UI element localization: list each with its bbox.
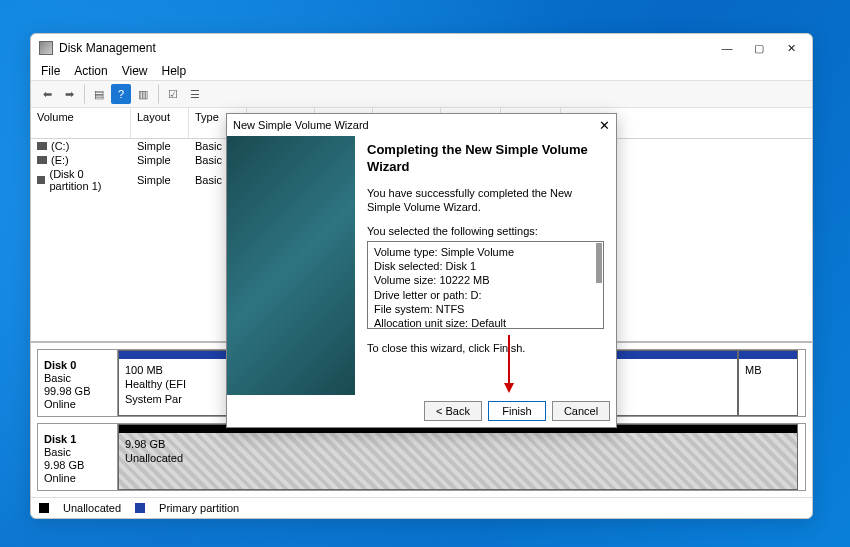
- setting-line: Volume type: Simple Volume: [374, 245, 597, 259]
- close-icon[interactable]: ✕: [599, 118, 610, 133]
- partition[interactable]: MB: [738, 350, 798, 416]
- checklist-icon[interactable]: ☑: [163, 84, 183, 104]
- wizard-message: You have successfully completed the New …: [367, 186, 604, 215]
- window-title: Disk Management: [59, 41, 720, 55]
- legend-label: Unallocated: [63, 502, 121, 514]
- menu-view[interactable]: View: [122, 64, 148, 78]
- disk-row[interactable]: Disk 1Basic9.98 GBOnline9.98 GBUnallocat…: [37, 423, 806, 491]
- annotation-arrow: [508, 335, 510, 385]
- menu-action[interactable]: Action: [74, 64, 107, 78]
- column-header[interactable]: Layout: [131, 108, 189, 138]
- maximize-button[interactable]: ▢: [752, 41, 766, 55]
- forward-icon[interactable]: ➡: [59, 84, 79, 104]
- menubar: File Action View Help: [31, 62, 812, 80]
- menu-help[interactable]: Help: [162, 64, 187, 78]
- scrollbar[interactable]: [596, 243, 602, 283]
- dialog-titlebar[interactable]: New Simple Volume Wizard ✕: [227, 114, 616, 136]
- partition[interactable]: 100 MBHealthy (EFI System Par: [118, 350, 228, 416]
- setting-line: Disk selected: Disk 1: [374, 259, 597, 273]
- dialog-title: New Simple Volume Wizard: [233, 119, 369, 131]
- legend: UnallocatedPrimary partition: [31, 497, 812, 518]
- toolbar: ⬅ ➡ ▤ ? ▥ ☑ ☰: [31, 80, 812, 108]
- split-bottom-icon[interactable]: ▥: [133, 84, 153, 104]
- close-button[interactable]: ✕: [784, 41, 798, 55]
- wizard-sidebar-image: [227, 136, 355, 395]
- settings-listbox[interactable]: Volume type: Simple VolumeDisk selected:…: [367, 241, 604, 329]
- finish-button[interactable]: Finish: [488, 401, 546, 421]
- setting-line: Drive letter or path: D:: [374, 288, 597, 302]
- titlebar[interactable]: Disk Management — ▢ ✕: [31, 34, 812, 62]
- close-message: To close this wizard, click Finish.: [367, 341, 604, 355]
- new-simple-volume-wizard-dialog: New Simple Volume Wizard ✕ Completing th…: [226, 113, 617, 428]
- back-button[interactable]: < Back: [424, 401, 482, 421]
- partition[interactable]: 9.98 GBUnallocated: [118, 424, 798, 490]
- setting-line: Volume size: 10222 MB: [374, 273, 597, 287]
- split-top-icon[interactable]: ▤: [89, 84, 109, 104]
- list-icon[interactable]: ☰: [185, 84, 205, 104]
- cancel-button[interactable]: Cancel: [552, 401, 610, 421]
- setting-line: Allocation unit size: Default: [374, 316, 597, 329]
- setting-line: File system: NTFS: [374, 302, 597, 316]
- column-header[interactable]: Volume: [31, 108, 131, 138]
- help-icon[interactable]: ?: [111, 84, 131, 104]
- minimize-button[interactable]: —: [720, 41, 734, 55]
- settings-label: You selected the following settings:: [367, 224, 604, 238]
- legend-label: Primary partition: [159, 502, 239, 514]
- wizard-heading: Completing the New Simple Volume Wizard: [367, 142, 604, 176]
- back-icon[interactable]: ⬅: [37, 84, 57, 104]
- menu-file[interactable]: File: [41, 64, 60, 78]
- app-icon: [39, 41, 53, 55]
